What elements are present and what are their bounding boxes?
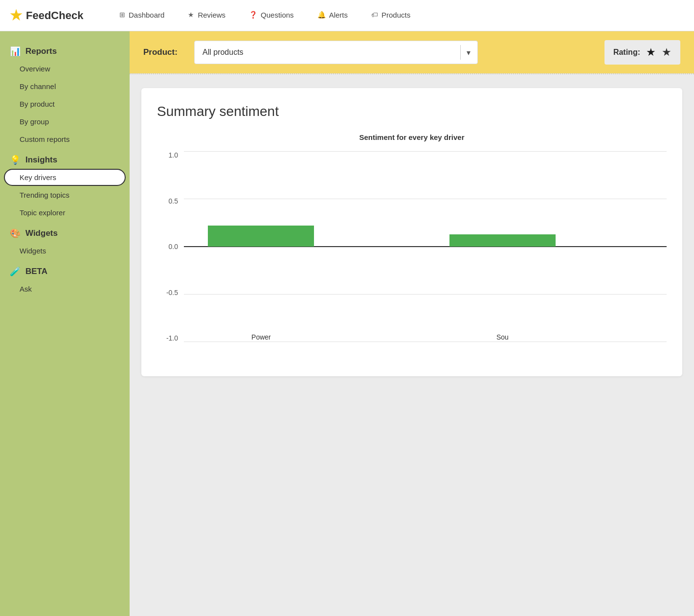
y-label--1.0: -1.0 (157, 334, 178, 342)
rating-label: Rating: (613, 48, 640, 57)
sidebar-item-by-product[interactable]: By product (4, 95, 126, 113)
rating-star-2[interactable]: ★ (662, 46, 672, 59)
nav-dashboard[interactable]: ⊞ Dashboard (108, 0, 176, 31)
y-label-1.0: 1.0 (157, 151, 178, 159)
dotted-divider (130, 73, 694, 74)
nav-products[interactable]: 🏷 Products (359, 0, 422, 31)
chevron-down-icon: ▾ (467, 48, 470, 57)
y-label-0.0: 0.0 (157, 243, 178, 251)
nav-dashboard-label: Dashboard (129, 11, 164, 19)
nav-products-label: Products (381, 11, 410, 19)
sidebar-item-custom-reports[interactable]: Custom reports (4, 131, 126, 148)
sidebar-item-ask[interactable]: Ask (4, 280, 126, 297)
sidebar-section-reports-label: Reports (25, 46, 57, 56)
product-select[interactable]: All products ▾ (194, 41, 478, 64)
sidebar-section-beta-header: 🧪 BETA (0, 261, 130, 280)
chart-subtitle: Sentiment for every key driver (157, 133, 667, 141)
rating-star-1[interactable]: ★ (646, 46, 656, 59)
nav-items: ⊞ Dashboard ★ Reviews ❓ Questions 🔔 Aler… (108, 0, 422, 31)
bar-chart-area: 1.0 0.5 0.0 -0.5 -1.0 (157, 151, 667, 357)
sidebar-item-overview[interactable]: Overview (4, 60, 126, 77)
logo-name: FeedCheck (26, 9, 83, 22)
sidebar-item-by-group[interactable]: By group (4, 113, 126, 130)
rating-section: Rating: ★ ★ (604, 40, 680, 65)
product-filter-label: Product: (143, 47, 182, 57)
nav-questions-label: Questions (261, 11, 294, 19)
nav-reviews-label: Reviews (198, 11, 225, 19)
chart-body: Power Sou (184, 151, 667, 357)
questions-icon: ❓ (249, 11, 257, 19)
reviews-icon: ★ (188, 11, 194, 19)
y-axis: 1.0 0.5 0.0 -0.5 -1.0 (157, 151, 184, 357)
logo: ★ FeedCheck (10, 7, 108, 23)
sidebar-item-widgets[interactable]: Widgets (4, 242, 126, 259)
filter-bar: Product: All products ▾ Rating: ★ ★ (130, 31, 694, 73)
widgets-icon: 🎨 (10, 228, 21, 239)
sidebar-section-beta-label: BETA (25, 267, 47, 276)
sidebar-section-widgets-header: 🎨 Widgets (0, 223, 130, 242)
dashboard-icon: ⊞ (119, 11, 125, 19)
sidebar-item-key-drivers[interactable]: Key drivers (4, 169, 126, 186)
main-layout: 📊 Reports Overview By channel By product… (0, 31, 694, 616)
sidebar: 📊 Reports Overview By channel By product… (0, 31, 130, 616)
sidebar-item-topic-explorer[interactable]: Topic explorer (4, 204, 126, 221)
product-select-value: All products (202, 48, 454, 57)
sidebar-section-reports-header: 📊 Reports (0, 41, 130, 60)
content-area: Product: All products ▾ Rating: ★ ★ Summ… (130, 31, 694, 616)
select-divider (460, 45, 461, 60)
chart-title: Summary sentiment (157, 104, 667, 119)
top-nav: ★ FeedCheck ⊞ Dashboard ★ Reviews ❓ Ques… (0, 0, 694, 31)
logo-star-icon: ★ (10, 7, 22, 23)
nav-alerts[interactable]: 🔔 Alerts (306, 0, 359, 31)
sidebar-item-trending-topics[interactable]: Trending topics (4, 186, 126, 204)
bar-power (208, 226, 314, 247)
insights-icon: 💡 (10, 155, 21, 165)
sidebar-section-widgets-label: Widgets (25, 228, 58, 238)
sidebar-section-insights-label: Insights (25, 155, 57, 165)
products-icon: 🏷 (371, 11, 378, 19)
bars-container: Power Sou (184, 151, 667, 342)
alerts-icon: 🔔 (317, 11, 326, 19)
beta-icon: 🧪 (10, 266, 21, 277)
y-label-0.5: 0.5 (157, 197, 178, 205)
bar-sound-label: Sou (449, 333, 556, 341)
y-label--0.5: -0.5 (157, 289, 178, 297)
chart-container: Summary sentiment Sentiment for every ke… (141, 88, 682, 376)
nav-questions[interactable]: ❓ Questions (237, 0, 306, 31)
nav-alerts-label: Alerts (329, 11, 348, 19)
bar-power-label: Power (208, 333, 314, 341)
reports-icon: 📊 (10, 46, 21, 57)
sidebar-item-by-channel[interactable]: By channel (4, 78, 126, 95)
bar-sound (449, 234, 556, 247)
nav-reviews[interactable]: ★ Reviews (176, 0, 237, 31)
sidebar-section-insights-header: 💡 Insights (0, 150, 130, 168)
